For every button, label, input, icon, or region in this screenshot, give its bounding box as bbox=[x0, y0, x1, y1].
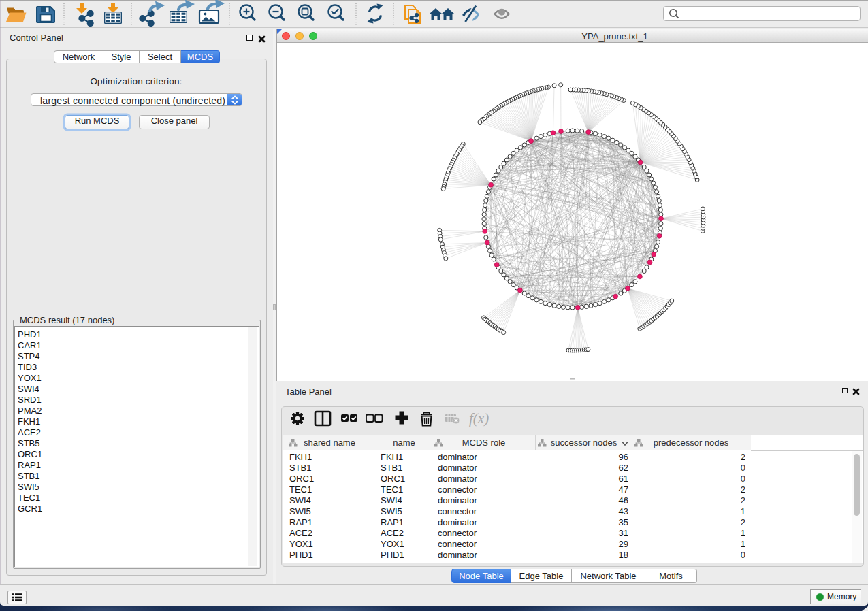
svg-text:f(x): f(x) bbox=[469, 410, 489, 427]
